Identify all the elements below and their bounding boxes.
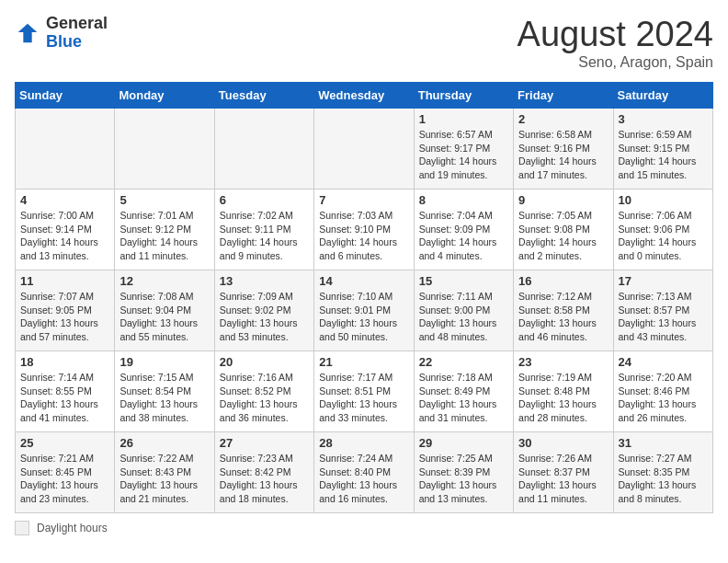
calendar-cell: 16Sunrise: 7:12 AM Sunset: 8:58 PM Dayli… xyxy=(514,270,613,351)
calendar-cell: 17Sunrise: 7:13 AM Sunset: 8:57 PM Dayli… xyxy=(613,270,712,351)
day-info: Sunrise: 7:23 AM Sunset: 8:42 PM Dayligh… xyxy=(220,452,309,506)
day-number: 22 xyxy=(419,355,508,369)
calendar-cell: 1Sunrise: 6:57 AM Sunset: 9:17 PM Daylig… xyxy=(414,109,513,190)
calendar-week-row: 25Sunrise: 7:21 AM Sunset: 8:45 PM Dayli… xyxy=(16,432,713,513)
calendar-cell: 10Sunrise: 7:06 AM Sunset: 9:06 PM Dayli… xyxy=(613,190,712,270)
weekday-header-row: SundayMondayTuesdayWednesdayThursdayFrid… xyxy=(16,83,713,109)
day-info: Sunrise: 6:59 AM Sunset: 9:15 PM Dayligh… xyxy=(619,128,708,182)
day-info: Sunrise: 7:05 AM Sunset: 9:08 PM Dayligh… xyxy=(518,209,608,263)
day-number: 12 xyxy=(119,274,209,288)
day-info: Sunrise: 7:03 AM Sunset: 9:10 PM Dayligh… xyxy=(319,209,408,263)
calendar-cell: 6Sunrise: 7:02 AM Sunset: 9:11 PM Daylig… xyxy=(214,190,313,270)
day-info: Sunrise: 7:06 AM Sunset: 9:06 PM Dayligh… xyxy=(619,209,708,263)
calendar-cell: 23Sunrise: 7:19 AM Sunset: 8:48 PM Dayli… xyxy=(514,351,613,432)
calendar-cell xyxy=(214,109,313,190)
day-info: Sunrise: 7:22 AM Sunset: 8:43 PM Dayligh… xyxy=(119,452,209,506)
calendar-cell: 18Sunrise: 7:14 AM Sunset: 8:55 PM Dayli… xyxy=(16,351,115,432)
day-info: Sunrise: 7:25 AM Sunset: 8:39 PM Dayligh… xyxy=(419,452,508,506)
calendar-cell: 13Sunrise: 7:09 AM Sunset: 9:02 PM Dayli… xyxy=(214,270,313,351)
calendar-table: SundayMondayTuesdayWednesdayThursdayFrid… xyxy=(15,82,713,513)
legend-label: Daylight hours xyxy=(37,522,108,534)
day-info: Sunrise: 7:21 AM Sunset: 8:45 PM Dayligh… xyxy=(20,452,109,506)
calendar-cell: 20Sunrise: 7:16 AM Sunset: 8:52 PM Dayli… xyxy=(214,351,313,432)
calendar-cell: 5Sunrise: 7:01 AM Sunset: 9:12 PM Daylig… xyxy=(115,190,214,270)
day-info: Sunrise: 7:10 AM Sunset: 9:01 PM Dayligh… xyxy=(319,290,408,344)
day-number: 7 xyxy=(319,193,408,207)
calendar-week-row: 18Sunrise: 7:14 AM Sunset: 8:55 PM Dayli… xyxy=(16,351,713,432)
weekday-header: Friday xyxy=(514,83,613,109)
day-info: Sunrise: 7:09 AM Sunset: 9:02 PM Dayligh… xyxy=(220,290,309,344)
weekday-header: Wednesday xyxy=(314,83,414,109)
legend: Daylight hours xyxy=(15,521,713,535)
day-number: 16 xyxy=(518,274,608,288)
logo-text: General Blue xyxy=(46,15,108,52)
calendar-cell: 21Sunrise: 7:17 AM Sunset: 8:51 PM Dayli… xyxy=(314,351,414,432)
svg-marker-0 xyxy=(18,24,38,43)
day-number: 19 xyxy=(119,355,209,369)
day-number: 18 xyxy=(20,355,109,369)
weekday-header: Sunday xyxy=(16,83,115,109)
day-number: 11 xyxy=(20,274,109,288)
calendar-week-row: 1Sunrise: 6:57 AM Sunset: 9:17 PM Daylig… xyxy=(16,109,713,190)
calendar-cell: 22Sunrise: 7:18 AM Sunset: 8:49 PM Dayli… xyxy=(414,351,513,432)
day-number: 25 xyxy=(20,436,109,450)
day-info: Sunrise: 7:01 AM Sunset: 9:12 PM Dayligh… xyxy=(119,209,209,263)
day-number: 29 xyxy=(419,436,508,450)
day-info: Sunrise: 7:08 AM Sunset: 9:04 PM Dayligh… xyxy=(119,290,209,344)
day-number: 1 xyxy=(419,112,508,126)
calendar-cell: 31Sunrise: 7:27 AM Sunset: 8:35 PM Dayli… xyxy=(613,432,712,513)
day-info: Sunrise: 7:17 AM Sunset: 8:51 PM Dayligh… xyxy=(319,371,408,425)
day-info: Sunrise: 6:57 AM Sunset: 9:17 PM Dayligh… xyxy=(419,128,508,182)
calendar-cell: 14Sunrise: 7:10 AM Sunset: 9:01 PM Dayli… xyxy=(314,270,414,351)
calendar-cell: 8Sunrise: 7:04 AM Sunset: 9:09 PM Daylig… xyxy=(414,190,513,270)
day-info: Sunrise: 7:14 AM Sunset: 8:55 PM Dayligh… xyxy=(20,371,109,425)
day-info: Sunrise: 7:16 AM Sunset: 8:52 PM Dayligh… xyxy=(220,371,309,425)
calendar-week-row: 11Sunrise: 7:07 AM Sunset: 9:05 PM Dayli… xyxy=(16,270,713,351)
calendar-week-row: 4Sunrise: 7:00 AM Sunset: 9:14 PM Daylig… xyxy=(16,190,713,270)
calendar-cell: 27Sunrise: 7:23 AM Sunset: 8:42 PM Dayli… xyxy=(214,432,313,513)
day-info: Sunrise: 7:13 AM Sunset: 8:57 PM Dayligh… xyxy=(619,290,708,344)
calendar-cell: 30Sunrise: 7:26 AM Sunset: 8:37 PM Dayli… xyxy=(514,432,613,513)
calendar-cell: 24Sunrise: 7:20 AM Sunset: 8:46 PM Dayli… xyxy=(613,351,712,432)
day-info: Sunrise: 7:27 AM Sunset: 8:35 PM Dayligh… xyxy=(619,452,708,506)
day-info: Sunrise: 7:12 AM Sunset: 8:58 PM Dayligh… xyxy=(518,290,608,344)
day-number: 6 xyxy=(220,193,309,207)
day-info: Sunrise: 7:18 AM Sunset: 8:49 PM Dayligh… xyxy=(419,371,508,425)
day-number: 4 xyxy=(20,193,109,207)
calendar-cell: 2Sunrise: 6:58 AM Sunset: 9:16 PM Daylig… xyxy=(514,109,613,190)
page-header: General Blue August 2024 Seno, Aragon, S… xyxy=(15,15,713,71)
day-info: Sunrise: 7:00 AM Sunset: 9:14 PM Dayligh… xyxy=(20,209,109,263)
title-area: August 2024 Seno, Aragon, Spain xyxy=(518,15,713,71)
day-info: Sunrise: 7:07 AM Sunset: 9:05 PM Dayligh… xyxy=(20,290,109,344)
day-info: Sunrise: 7:26 AM Sunset: 8:37 PM Dayligh… xyxy=(518,452,608,506)
logo-blue: Blue xyxy=(46,32,82,51)
day-number: 17 xyxy=(619,274,708,288)
day-number: 27 xyxy=(220,436,309,450)
calendar-cell: 3Sunrise: 6:59 AM Sunset: 9:15 PM Daylig… xyxy=(613,109,712,190)
day-number: 28 xyxy=(319,436,408,450)
day-number: 13 xyxy=(220,274,309,288)
calendar-cell xyxy=(115,109,214,190)
day-number: 2 xyxy=(518,112,608,126)
day-info: Sunrise: 7:11 AM Sunset: 9:00 PM Dayligh… xyxy=(419,290,508,344)
calendar-cell: 28Sunrise: 7:24 AM Sunset: 8:40 PM Dayli… xyxy=(314,432,414,513)
day-number: 15 xyxy=(419,274,508,288)
calendar-cell: 12Sunrise: 7:08 AM Sunset: 9:04 PM Dayli… xyxy=(115,270,214,351)
calendar-cell: 4Sunrise: 7:00 AM Sunset: 9:14 PM Daylig… xyxy=(16,190,115,270)
day-info: Sunrise: 7:15 AM Sunset: 8:54 PM Dayligh… xyxy=(119,371,209,425)
logo-icon xyxy=(15,20,40,46)
day-number: 30 xyxy=(518,436,608,450)
calendar-cell: 19Sunrise: 7:15 AM Sunset: 8:54 PM Dayli… xyxy=(115,351,214,432)
day-info: Sunrise: 7:19 AM Sunset: 8:48 PM Dayligh… xyxy=(518,371,608,425)
day-number: 20 xyxy=(220,355,309,369)
day-number: 26 xyxy=(119,436,209,450)
day-info: Sunrise: 7:20 AM Sunset: 8:46 PM Dayligh… xyxy=(619,371,708,425)
day-number: 14 xyxy=(319,274,408,288)
calendar-cell xyxy=(16,109,115,190)
calendar-cell: 26Sunrise: 7:22 AM Sunset: 8:43 PM Dayli… xyxy=(115,432,214,513)
day-number: 9 xyxy=(518,193,608,207)
day-number: 10 xyxy=(619,193,708,207)
day-number: 31 xyxy=(619,436,708,450)
day-number: 24 xyxy=(619,355,708,369)
calendar-cell: 9Sunrise: 7:05 AM Sunset: 9:08 PM Daylig… xyxy=(514,190,613,270)
